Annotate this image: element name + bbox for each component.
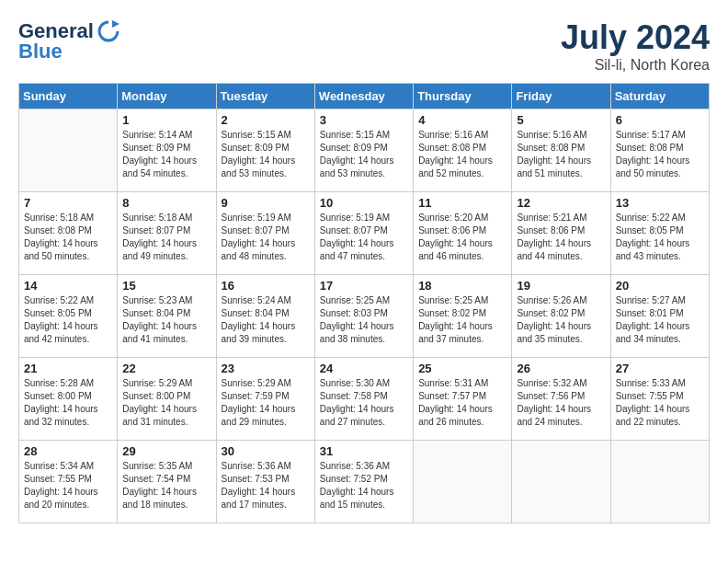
day-info: Sunrise: 5:31 AM Sunset: 7:57 PM Dayligh… [418,377,506,429]
day-info: Sunrise: 5:20 AM Sunset: 8:06 PM Dayligh… [418,212,506,263]
calendar-week-row: 14Sunrise: 5:22 AM Sunset: 8:05 PM Dayli… [19,275,710,358]
calendar-day-cell: 15Sunrise: 5:23 AM Sunset: 8:04 PM Dayli… [118,275,216,358]
day-info: Sunrise: 5:18 AM Sunset: 8:08 PM Dayligh… [24,212,112,263]
weekday-header: Saturday [610,84,709,109]
calendar-day-cell: 9Sunrise: 5:19 AM Sunset: 8:07 PM Daylig… [216,192,314,275]
day-info: Sunrise: 5:16 AM Sunset: 8:08 PM Dayligh… [418,129,506,180]
day-info: Sunrise: 5:24 AM Sunset: 8:04 PM Dayligh… [222,294,310,346]
calendar-day-cell: 8Sunrise: 5:18 AM Sunset: 8:07 PM Daylig… [118,192,216,275]
calendar-body: 1Sunrise: 5:14 AM Sunset: 8:09 PM Daylig… [19,109,710,523]
calendar-day-cell [610,441,709,523]
day-number: 26 [517,362,605,375]
logo-icon [96,18,121,44]
day-info: Sunrise: 5:36 AM Sunset: 7:53 PM Dayligh… [222,460,310,511]
calendar-day-cell: 6Sunrise: 5:17 AM Sunset: 8:08 PM Daylig… [610,109,709,192]
day-info: Sunrise: 5:14 AM Sunset: 8:09 PM Dayligh… [122,129,210,180]
day-number: 19 [517,279,605,293]
day-number: 28 [24,444,112,458]
calendar-day-cell: 4Sunrise: 5:16 AM Sunset: 8:08 PM Daylig… [414,109,512,192]
weekday-header: Thursday [414,84,512,109]
logo: General Blue [18,18,121,63]
day-number: 8 [122,196,210,210]
location-title: Sil-li, North Korea [561,57,710,74]
calendar-day-cell: 7Sunrise: 5:18 AM Sunset: 8:08 PM Daylig… [19,192,118,275]
day-number: 6 [616,113,704,127]
calendar-week-row: 21Sunrise: 5:28 AM Sunset: 8:00 PM Dayli… [19,358,710,441]
calendar-day-cell: 14Sunrise: 5:22 AM Sunset: 8:05 PM Dayli… [19,275,118,358]
calendar-day-cell: 12Sunrise: 5:21 AM Sunset: 8:06 PM Dayli… [512,192,610,275]
weekday-header: Friday [512,84,610,109]
day-info: Sunrise: 5:29 AM Sunset: 8:00 PM Dayligh… [122,377,210,429]
day-info: Sunrise: 5:25 AM Sunset: 8:03 PM Dayligh… [320,294,408,346]
day-number: 7 [24,196,112,210]
calendar-day-cell: 30Sunrise: 5:36 AM Sunset: 7:53 PM Dayli… [216,441,314,523]
weekday-header: Tuesday [216,84,314,109]
calendar-day-cell: 29Sunrise: 5:35 AM Sunset: 7:54 PM Dayli… [118,441,216,523]
calendar-day-cell: 19Sunrise: 5:26 AM Sunset: 8:02 PM Dayli… [512,275,610,358]
day-number: 14 [24,279,112,293]
day-number: 9 [222,196,310,210]
page-header: General Blue July 2024 Sil-li, North Kor… [18,18,710,74]
day-info: Sunrise: 5:21 AM Sunset: 8:06 PM Dayligh… [517,212,605,263]
day-number: 30 [222,444,310,458]
day-number: 29 [122,444,210,458]
calendar-day-cell: 3Sunrise: 5:15 AM Sunset: 8:09 PM Daylig… [314,109,413,192]
calendar-day-cell [512,441,610,523]
day-info: Sunrise: 5:16 AM Sunset: 8:08 PM Dayligh… [517,129,605,180]
calendar-day-cell: 18Sunrise: 5:25 AM Sunset: 8:02 PM Dayli… [414,275,512,358]
day-number: 31 [320,444,408,458]
day-info: Sunrise: 5:18 AM Sunset: 8:07 PM Dayligh… [122,212,210,263]
day-info: Sunrise: 5:15 AM Sunset: 8:09 PM Dayligh… [222,129,310,180]
day-number: 5 [517,113,605,127]
day-info: Sunrise: 5:26 AM Sunset: 8:02 PM Dayligh… [517,294,605,346]
calendar-day-cell: 5Sunrise: 5:16 AM Sunset: 8:08 PM Daylig… [512,109,610,192]
day-number: 3 [320,113,408,127]
calendar-day-cell: 27Sunrise: 5:33 AM Sunset: 7:55 PM Dayli… [610,358,709,441]
calendar-week-row: 28Sunrise: 5:34 AM Sunset: 7:55 PM Dayli… [19,441,710,523]
day-info: Sunrise: 5:27 AM Sunset: 8:01 PM Dayligh… [616,294,704,346]
day-info: Sunrise: 5:19 AM Sunset: 8:07 PM Dayligh… [320,212,408,263]
weekday-header: Monday [118,84,216,109]
day-info: Sunrise: 5:22 AM Sunset: 8:05 PM Dayligh… [24,294,112,346]
day-info: Sunrise: 5:15 AM Sunset: 8:09 PM Dayligh… [320,129,408,180]
day-number: 17 [320,279,408,293]
day-number: 18 [418,279,506,293]
day-number: 10 [320,196,408,210]
day-info: Sunrise: 5:34 AM Sunset: 7:55 PM Dayligh… [24,460,112,511]
calendar-day-cell: 16Sunrise: 5:24 AM Sunset: 8:04 PM Dayli… [216,275,314,358]
calendar-day-cell [19,109,118,192]
day-number: 13 [616,196,704,210]
day-info: Sunrise: 5:35 AM Sunset: 7:54 PM Dayligh… [122,460,210,511]
day-info: Sunrise: 5:32 AM Sunset: 7:56 PM Dayligh… [517,377,605,429]
calendar-day-cell: 25Sunrise: 5:31 AM Sunset: 7:57 PM Dayli… [414,358,512,441]
day-info: Sunrise: 5:29 AM Sunset: 7:59 PM Dayligh… [222,377,310,429]
calendar-day-cell: 13Sunrise: 5:22 AM Sunset: 8:05 PM Dayli… [610,192,709,275]
calendar-header-row: SundayMondayTuesdayWednesdayThursdayFrid… [19,84,710,109]
calendar-table: SundayMondayTuesdayWednesdayThursdayFrid… [18,83,710,523]
day-info: Sunrise: 5:17 AM Sunset: 8:08 PM Dayligh… [616,129,704,180]
calendar-day-cell: 31Sunrise: 5:36 AM Sunset: 7:52 PM Dayli… [314,441,413,523]
day-number: 21 [24,362,112,375]
day-number: 24 [320,362,408,375]
day-number: 22 [122,362,210,375]
day-info: Sunrise: 5:30 AM Sunset: 7:58 PM Dayligh… [320,377,408,429]
calendar-day-cell: 17Sunrise: 5:25 AM Sunset: 8:03 PM Dayli… [314,275,413,358]
day-number: 4 [418,113,506,127]
day-number: 11 [418,196,506,210]
day-number: 23 [222,362,310,375]
calendar-day-cell: 22Sunrise: 5:29 AM Sunset: 8:00 PM Dayli… [118,358,216,441]
day-number: 1 [122,113,210,127]
calendar-day-cell: 26Sunrise: 5:32 AM Sunset: 7:56 PM Dayli… [512,358,610,441]
day-number: 2 [222,113,310,127]
calendar-day-cell: 28Sunrise: 5:34 AM Sunset: 7:55 PM Dayli… [19,441,118,523]
calendar-day-cell: 1Sunrise: 5:14 AM Sunset: 8:09 PM Daylig… [118,109,216,192]
day-info: Sunrise: 5:36 AM Sunset: 7:52 PM Dayligh… [320,460,408,511]
calendar-day-cell: 11Sunrise: 5:20 AM Sunset: 8:06 PM Dayli… [414,192,512,275]
day-number: 16 [222,279,310,293]
calendar-week-row: 7Sunrise: 5:18 AM Sunset: 8:08 PM Daylig… [19,192,710,275]
weekday-header: Sunday [19,84,118,109]
calendar-week-row: 1Sunrise: 5:14 AM Sunset: 8:09 PM Daylig… [19,109,710,192]
day-info: Sunrise: 5:23 AM Sunset: 8:04 PM Dayligh… [122,294,210,346]
calendar-day-cell: 23Sunrise: 5:29 AM Sunset: 7:59 PM Dayli… [216,358,314,441]
day-number: 27 [616,362,704,375]
